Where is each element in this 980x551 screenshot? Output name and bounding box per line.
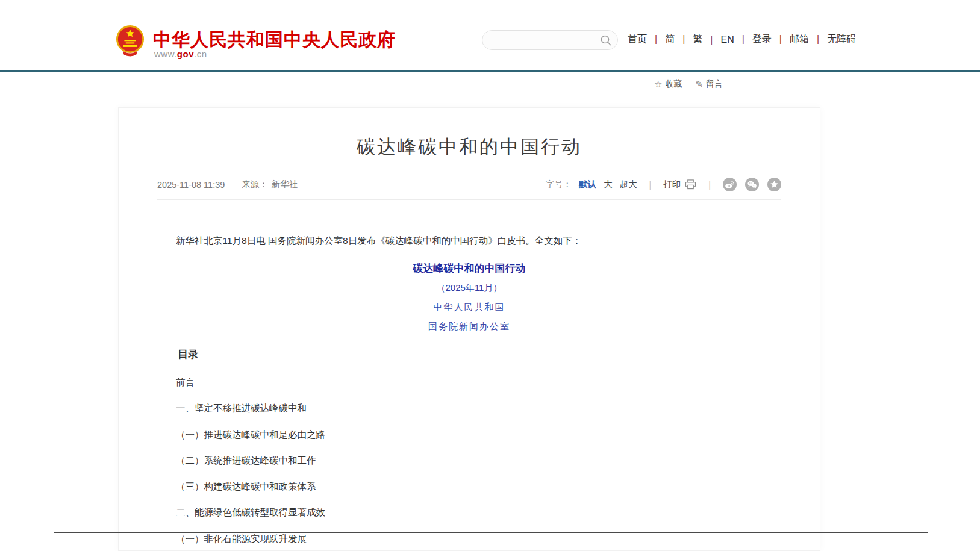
- article-card: 碳达峰碳中和的中国行动 2025-11-08 11:39 来源： 新华社 字号：…: [118, 107, 820, 551]
- printer-icon: [685, 179, 696, 190]
- font-size-default-button[interactable]: 默认: [579, 179, 596, 190]
- top-nav: 首页 简 繁 EN 登录 邮箱 无障碍: [628, 33, 856, 46]
- star-outline-icon: ☆: [654, 79, 662, 90]
- site-url-www: www.: [154, 49, 177, 59]
- toc-item-section2: 二、能源绿色低碳转型取得显著成效: [157, 508, 781, 517]
- wechat-share-icon[interactable]: [745, 178, 759, 191]
- source-value: 新华社: [272, 179, 298, 190]
- favorite-share-icon[interactable]: [767, 178, 781, 191]
- article-meta-left: 2025-11-08 11:39 来源： 新华社: [157, 179, 298, 190]
- screen-bottom-edge: [54, 532, 928, 533]
- national-emblem-icon: [116, 24, 145, 57]
- toc-item-section1-2: （二）系统推进碳达峰碳中和工作: [157, 456, 781, 465]
- nav-item-mail[interactable]: 邮箱: [772, 33, 809, 46]
- nav-item-english[interactable]: EN: [702, 34, 734, 45]
- meta-separator: |: [649, 180, 651, 190]
- comment-label: 留言: [706, 79, 723, 90]
- site-url-cn: .cn: [194, 49, 207, 59]
- nav-item-accessibility[interactable]: 无障碍: [809, 33, 856, 46]
- browser-page: 中华人民共和国中央人民政府 www.gov.cn 首页 简 繁 EN 登录 邮箱…: [0, 0, 980, 551]
- search-box: [482, 30, 618, 50]
- toc-heading: 目录: [157, 347, 781, 361]
- article-meta-bar: 2025-11-08 11:39 来源： 新华社 字号： 默认 大 超大 | 打…: [157, 178, 781, 200]
- print-button[interactable]: 打印: [663, 179, 696, 190]
- search-icon[interactable]: [600, 34, 612, 46]
- nav-item-login[interactable]: 登录: [734, 33, 772, 46]
- font-size-label: 字号：: [545, 179, 572, 190]
- article-lead-paragraph: 新华社北京11月8日电 国务院新闻办公室8日发布《碳达峰碳中和的中国行动》白皮书…: [157, 234, 781, 248]
- toc-item-section1-1: （一）推进碳达峰碳中和是必由之路: [157, 430, 781, 440]
- site-url-gov: gov: [177, 49, 194, 59]
- favorite-button[interactable]: ☆ 收藏: [654, 79, 682, 90]
- font-size-large-button[interactable]: 大: [604, 179, 613, 190]
- toc-item-section2-1: （一）非化石能源实现跃升发展: [157, 534, 781, 544]
- toc-item-preface: 前言: [157, 378, 781, 387]
- print-label: 打印: [663, 179, 681, 190]
- site-url: www.gov.cn: [154, 49, 207, 59]
- whitepaper-title: 碳达峰碳中和的中国行动: [157, 261, 781, 275]
- whitepaper-date: （2025年11月）: [157, 282, 781, 294]
- meta-separator: |: [708, 180, 711, 190]
- article-meta-right: 字号： 默认 大 超大 | 打印 |: [545, 178, 781, 191]
- nav-item-home[interactable]: 首页: [628, 33, 647, 46]
- page-actions: ☆ 收藏 ✎ 留言: [654, 79, 723, 90]
- comment-button[interactable]: ✎ 留言: [695, 79, 723, 90]
- favorite-label: 收藏: [665, 79, 682, 90]
- weibo-share-icon[interactable]: [723, 178, 737, 191]
- article-title: 碳达峰碳中和的中国行动: [157, 134, 781, 160]
- article-date: 2025-11-08 11:39: [157, 180, 225, 190]
- toc-item-section1: 一、坚定不移推进碳达峰碳中和: [157, 403, 781, 413]
- share-icons: [723, 178, 781, 191]
- nav-item-traditional[interactable]: 繁: [675, 33, 702, 46]
- font-size-xlarge-button[interactable]: 超大: [619, 179, 637, 190]
- nav-item-simplified[interactable]: 简: [647, 33, 675, 46]
- header-divider: [0, 70, 980, 72]
- search-input[interactable]: [491, 33, 596, 49]
- whitepaper-org-office: 国务院新闻办公室: [157, 321, 781, 332]
- site-header: 中华人民共和国中央人民政府 www.gov.cn 首页 简 繁 EN 登录 邮箱…: [0, 0, 980, 70]
- toc-item-section1-3: （三）构建碳达峰碳中和政策体系: [157, 482, 781, 491]
- whitepaper-org-country: 中华人民共和国: [157, 302, 781, 313]
- source-label: 来源：: [242, 179, 268, 190]
- pencil-icon: ✎: [695, 79, 703, 90]
